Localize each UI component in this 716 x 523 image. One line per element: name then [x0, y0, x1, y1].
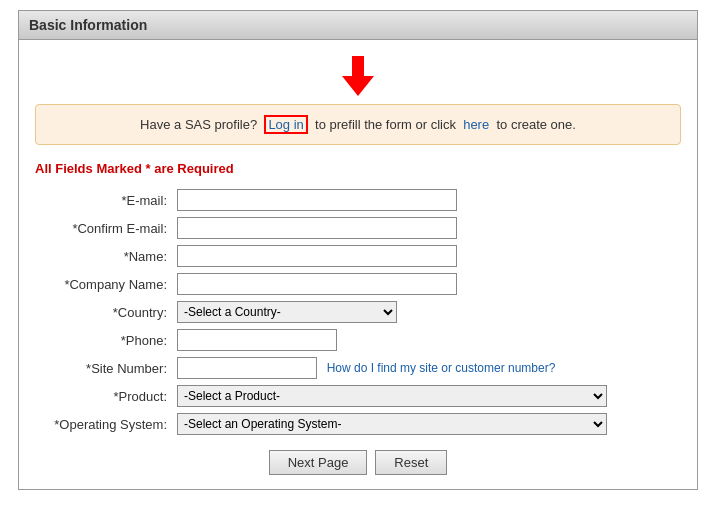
table-row: *Name:: [35, 242, 681, 270]
country-select[interactable]: -Select a Country-: [177, 301, 397, 323]
product-label: *Product:: [35, 382, 175, 410]
name-field-cell: [175, 242, 681, 270]
table-row: *Country: -Select a Country-: [35, 298, 681, 326]
company-field-cell: [175, 270, 681, 298]
table-row: *Product: -Select a Product-: [35, 382, 681, 410]
table-row: *Company Name:: [35, 270, 681, 298]
panel-title: Basic Information: [19, 11, 697, 40]
phone-input[interactable]: [177, 329, 337, 351]
form-table: *E-mail: *Confirm E-mail: *Name:: [35, 186, 681, 438]
email-input[interactable]: [177, 189, 457, 211]
site-number-label: *Site Number:: [35, 354, 175, 382]
site-number-input[interactable]: [177, 357, 317, 379]
login-link[interactable]: Log in: [264, 115, 307, 134]
name-input[interactable]: [177, 245, 457, 267]
company-label: *Company Name:: [35, 270, 175, 298]
notice-text-after: to create one.: [496, 117, 576, 132]
table-row: *Operating System: -Select an Operating …: [35, 410, 681, 438]
os-select[interactable]: -Select an Operating System-: [177, 413, 607, 435]
form-buttons: Next Page Reset: [35, 450, 681, 475]
table-row: *E-mail:: [35, 186, 681, 214]
country-label: *Country:: [35, 298, 175, 326]
email-field-cell: [175, 186, 681, 214]
confirm-email-field-cell: [175, 214, 681, 242]
product-select[interactable]: -Select a Product-: [177, 385, 607, 407]
next-page-button[interactable]: Next Page: [269, 450, 368, 475]
annotation-arrow: [342, 56, 374, 96]
confirm-email-input[interactable]: [177, 217, 457, 239]
phone-field-cell: [175, 326, 681, 354]
table-row: *Phone:: [35, 326, 681, 354]
name-label: *Name:: [35, 242, 175, 270]
phone-label: *Phone:: [35, 326, 175, 354]
arrow-shaft: [352, 56, 364, 76]
table-row: *Site Number: How do I find my site or c…: [35, 354, 681, 382]
os-field-cell: -Select an Operating System-: [175, 410, 681, 438]
table-row: *Confirm E-mail:: [35, 214, 681, 242]
notice-text-middle: to prefill the form or click: [315, 117, 456, 132]
os-label: *Operating System:: [35, 410, 175, 438]
confirm-email-label: *Confirm E-mail:: [35, 214, 175, 242]
create-account-link[interactable]: here: [463, 117, 489, 132]
product-field-cell: -Select a Product-: [175, 382, 681, 410]
main-panel: Basic Information Have a SAS profile? Lo…: [18, 10, 698, 490]
site-number-field-cell: How do I find my site or customer number…: [175, 354, 681, 382]
notice-text-before: Have a SAS profile?: [140, 117, 257, 132]
arrow-head: [342, 76, 374, 96]
required-label: All Fields Marked * are Required: [35, 161, 681, 176]
site-help-link[interactable]: How do I find my site or customer number…: [327, 361, 556, 375]
login-notice-wrapper: Have a SAS profile? Log in to prefill th…: [35, 104, 681, 145]
reset-button[interactable]: Reset: [375, 450, 447, 475]
email-label: *E-mail:: [35, 186, 175, 214]
login-notice: Have a SAS profile? Log in to prefill th…: [35, 104, 681, 145]
country-field-cell: -Select a Country-: [175, 298, 681, 326]
company-input[interactable]: [177, 273, 457, 295]
